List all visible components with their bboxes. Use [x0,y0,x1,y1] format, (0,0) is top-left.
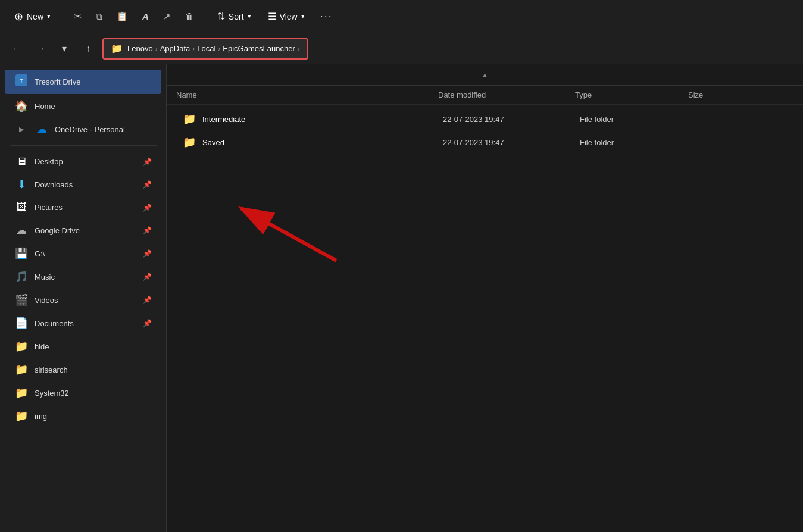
sidebar-item-downloads[interactable]: ⬇ Downloads 📌 [5,173,161,196]
sidebar-desktop-label: Desktop [35,157,137,166]
system32-folder-icon: 📁 [14,386,29,399]
back-button[interactable]: ← [7,39,26,58]
path-sep-4: › [298,45,300,53]
sidebar-item-system32[interactable]: 📁 System32 [5,381,161,404]
pin-icon-docs: 📌 [143,319,152,327]
folder-icon: 📁 [111,43,123,54]
sidebar-item-pictures[interactable]: 🖼 Pictures 📌 [5,196,161,218]
sidebar-item-music[interactable]: 🎵 Music 📌 [5,265,161,288]
forward-icon: → [36,43,45,54]
file-row-intermediate[interactable]: 📁 Intermediate 22-07-2023 19:47 File fol… [171,108,798,130]
sort-button[interactable]: ⇅ Sort ▾ [210,6,258,27]
sidebar-sirisearch-label: sirisearch [35,365,152,374]
sidebar-googledrive-label: Google Drive [35,226,137,235]
delete-button[interactable]: 🗑 [179,6,200,27]
column-headers: Name Date modified Type Size [167,86,803,105]
pin-icon: 📌 [143,158,152,166]
path-local: Local [197,44,215,53]
sidebar-img-label: img [35,412,152,421]
pin-icon-pictures: 📌 [143,204,152,212]
folder-icon-intermediate: 📁 [181,112,198,126]
sidebar-system32-label: System32 [35,389,152,398]
sidebar: T Tresorit Drive 🏠 Home ▶ ☁ OneDrive - P… [0,64,167,532]
toolbar-divider-1 [63,8,63,25]
file-content-area: ▲ Name Date modified Type Size 📁 Interme… [167,64,803,532]
up-directory-button[interactable]: ↑ [79,39,98,58]
music-icon: 🎵 [14,270,29,283]
cut-button[interactable]: ✂ [68,6,88,27]
sidebar-divider-1 [10,145,157,146]
svg-text:T: T [20,78,23,84]
sidebar-videos-label: Videos [35,296,137,305]
sidebar-item-hide[interactable]: 📁 hide [5,335,161,358]
pin-icon-videos: 📌 [143,296,152,304]
file-type-intermediate: File folder [580,115,693,124]
sidebar-documents-label: Documents [35,319,137,328]
chevron-down-icon: ▾ [62,43,67,54]
share-icon: ↗ [163,11,171,22]
pin-icon-gdrive: 📌 [143,226,152,234]
sidebar-music-label: Music [35,273,137,281]
sirisearch-folder-icon: 📁 [14,363,29,376]
sidebar-item-videos[interactable]: 🎬 Videos 📌 [5,289,161,311]
sidebar-onedrive-label: OneDrive - Personal [55,125,152,134]
sidebar-item-desktop[interactable]: 🖥 Desktop 📌 [5,151,161,173]
folder-icon-saved: 📁 [181,136,198,149]
sidebar-tresorit-label: Tresorit Drive [35,77,152,86]
home-icon: 🏠 [14,99,29,112]
file-type-saved: File folder [580,138,693,147]
rename-button[interactable]: A [136,6,155,27]
main-area: T Tresorit Drive 🏠 Home ▶ ☁ OneDrive - P… [0,64,803,532]
paste-icon: 📋 [117,11,128,22]
sidebar-gdrive-label: G:\ [35,249,137,258]
pictures-icon: 🖼 [14,201,29,214]
breadcrumb: Lenovo › AppData › Local › EpicGamesLaun… [127,44,300,53]
file-date-saved: 22-07-2023 19:47 [443,138,580,147]
hide-folder-icon: 📁 [14,340,29,353]
up-icon: ↑ [86,43,90,54]
back-icon: ← [12,43,21,54]
pin-icon-music: 📌 [143,273,152,281]
file-list: 📁 Intermediate 22-07-2023 19:47 File fol… [167,105,803,532]
expand-icon: ▶ [14,126,29,133]
new-button[interactable]: ⊕ New ▾ [7,6,58,27]
gdrive-icon: 💾 [14,247,29,260]
address-bar[interactable]: 📁 Lenovo › AppData › Local › EpicGamesLa… [102,38,308,60]
new-label: New [27,12,43,21]
path-epicgames: EpicGamesLauncher [223,44,295,53]
view-button[interactable]: ☰ View ▾ [261,6,312,27]
sidebar-item-sirisearch[interactable]: 📁 sirisearch [5,358,161,381]
copy-button[interactable]: ⧉ [90,6,108,27]
file-date-intermediate: 22-07-2023 19:47 [443,115,580,124]
more-options-button[interactable]: ··· [314,6,339,27]
desktop-icon: 🖥 [14,155,29,168]
sort-dropdown-icon: ▾ [248,12,251,20]
sidebar-home-label: Home [35,102,152,111]
path-sep-2: › [192,45,195,53]
pin-icon-g: 📌 [143,249,152,258]
col-header-type[interactable]: Type [575,90,688,99]
documents-icon: 📄 [14,317,29,330]
sidebar-item-img[interactable]: 📁 img [5,405,161,427]
recent-locations-button[interactable]: ▾ [55,39,74,58]
col-header-size[interactable]: Size [688,90,793,99]
sidebar-item-tresorit[interactable]: T Tresorit Drive [5,70,161,94]
share-button[interactable]: ↗ [157,6,177,27]
sidebar-item-home[interactable]: 🏠 Home [5,95,161,117]
sidebar-item-onedrive[interactable]: ▶ ☁ OneDrive - Personal [5,118,161,140]
file-row-saved[interactable]: 📁 Saved 22-07-2023 19:47 File folder [171,131,798,154]
sidebar-item-googledrive[interactable]: ☁ Google Drive 📌 [5,219,161,242]
paste-button[interactable]: 📋 [111,6,134,27]
sidebar-item-documents[interactable]: 📄 Documents 📌 [5,312,161,334]
sidebar-item-gdrive[interactable]: 💾 G:\ 📌 [5,242,161,265]
more-icon: ··· [320,10,333,23]
onedrive-icon: ☁ [35,123,49,136]
col-header-name[interactable]: Name [176,90,438,99]
toolbar-divider-2 [205,8,205,25]
sort-up-indicator[interactable]: ▲ [482,71,489,79]
rename-icon: A [142,11,149,21]
sort-icon: ⇅ [217,11,225,22]
col-header-date[interactable]: Date modified [438,90,575,99]
sidebar-hide-label: hide [35,342,152,351]
forward-button[interactable]: → [31,39,50,58]
